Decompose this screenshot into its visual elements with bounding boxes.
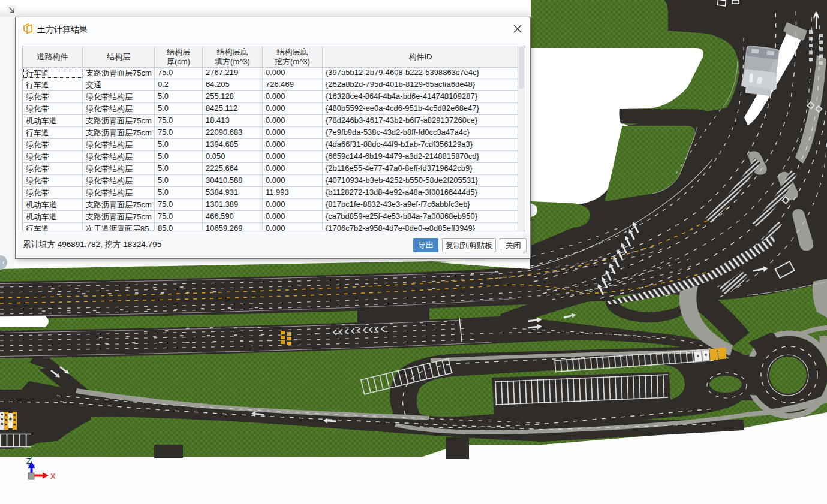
svg-text:X: X — [50, 472, 56, 481]
